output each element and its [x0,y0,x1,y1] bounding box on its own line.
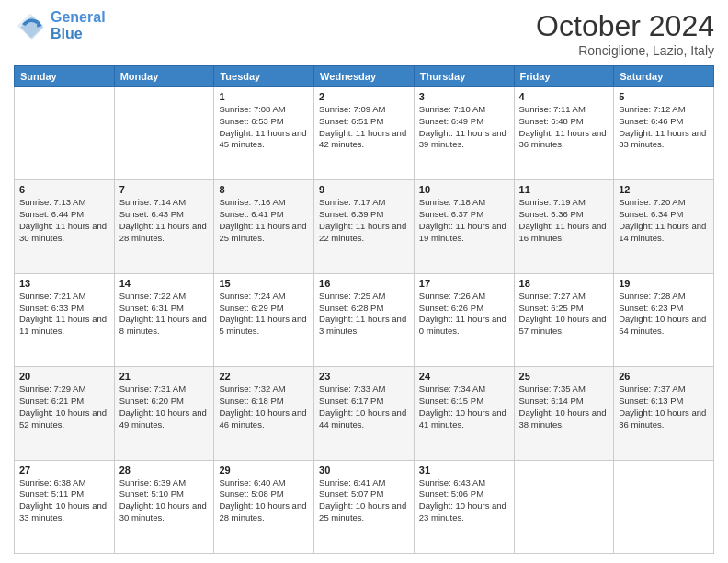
sunrise-text: Sunrise: 7:17 AM [319,197,409,209]
sunset-text: Sunset: 6:25 PM [519,303,609,315]
sunset-text: Sunset: 6:44 PM [19,209,109,221]
day-info: Sunrise: 7:22 AMSunset: 6:31 PMDaylight:… [119,291,210,338]
day-number: 25 [519,371,609,382]
sunset-text: Sunset: 6:28 PM [319,303,409,315]
day-cell: 13Sunrise: 7:21 AMSunset: 6:33 PMDayligh… [15,273,115,366]
sunset-text: Sunset: 6:49 PM [419,116,509,128]
daylight-text: Daylight: 11 hours and 22 minutes. [319,221,409,245]
day-cell [15,87,115,180]
daylight-text: Daylight: 10 hours and 23 minutes. [419,500,509,524]
sunrise-text: Sunrise: 7:31 AM [119,384,210,396]
day-cell: 18Sunrise: 7:27 AMSunset: 6:25 PMDayligh… [514,273,614,366]
day-number: 11 [519,184,609,195]
daylight-text: Daylight: 11 hours and 19 minutes. [419,221,509,245]
day-cell: 17Sunrise: 7:26 AMSunset: 6:26 PMDayligh… [414,273,514,366]
day-info: Sunrise: 7:34 AMSunset: 6:15 PMDaylight:… [419,384,509,431]
sunrise-text: Sunrise: 7:29 AM [19,384,109,396]
sunrise-text: Sunrise: 7:16 AM [219,197,309,209]
day-info: Sunrise: 7:25 AMSunset: 6:28 PMDaylight:… [319,291,409,338]
sunset-text: Sunset: 6:46 PM [619,116,709,128]
day-cell: 2Sunrise: 7:09 AMSunset: 6:51 PMDaylight… [314,87,415,180]
daylight-text: Daylight: 11 hours and 25 minutes. [219,221,309,245]
day-info: Sunrise: 7:19 AMSunset: 6:36 PMDaylight:… [519,197,609,244]
day-info: Sunrise: 7:32 AMSunset: 6:18 PMDaylight:… [219,384,309,431]
daylight-text: Daylight: 11 hours and 11 minutes. [19,314,109,338]
day-cell: 30Sunrise: 6:41 AMSunset: 5:07 PMDayligh… [314,460,415,553]
header-row: SundayMondayTuesdayWednesdayThursdayFrid… [15,66,714,87]
sunset-text: Sunset: 6:13 PM [619,396,709,408]
daylight-text: Daylight: 10 hours and 33 minutes. [19,500,109,524]
day-info: Sunrise: 7:29 AMSunset: 6:21 PMDaylight:… [19,384,109,431]
daylight-text: Daylight: 11 hours and 36 minutes. [519,128,609,152]
day-cell: 31Sunrise: 6:43 AMSunset: 5:06 PMDayligh… [414,460,514,553]
day-info: Sunrise: 7:27 AMSunset: 6:25 PMDaylight:… [519,291,609,338]
day-cell [114,87,214,180]
day-number: 19 [619,278,709,289]
sunrise-text: Sunrise: 7:32 AM [219,384,309,396]
sunrise-text: Sunrise: 7:24 AM [219,291,309,303]
daylight-text: Daylight: 10 hours and 41 minutes. [419,408,509,431]
sunset-text: Sunset: 6:20 PM [119,396,210,408]
day-cell: 24Sunrise: 7:34 AMSunset: 6:15 PMDayligh… [414,367,514,460]
sunrise-text: Sunrise: 7:22 AM [119,291,210,303]
sunrise-text: Sunrise: 7:10 AM [419,104,509,116]
day-number: 10 [419,184,509,195]
day-info: Sunrise: 7:33 AMSunset: 6:17 PMDaylight:… [319,384,409,431]
day-number: 13 [19,278,109,289]
week-row-4: 20Sunrise: 7:29 AMSunset: 6:21 PMDayligh… [15,367,714,460]
header-sunday: Sunday [15,66,115,87]
daylight-text: Daylight: 10 hours and 25 minutes. [319,500,409,524]
day-number: 7 [119,184,210,195]
location: Ronciglione, Lazio, Italy [536,43,714,58]
day-info: Sunrise: 6:40 AMSunset: 5:08 PMDaylight:… [219,477,309,524]
daylight-text: Daylight: 11 hours and 30 minutes. [19,221,109,245]
header-saturday: Saturday [614,66,714,87]
daylight-text: Daylight: 11 hours and 8 minutes. [119,314,210,338]
day-info: Sunrise: 7:17 AMSunset: 6:39 PMDaylight:… [319,197,409,244]
day-cell: 28Sunrise: 6:39 AMSunset: 5:10 PMDayligh… [114,460,214,553]
daylight-text: Daylight: 10 hours and 28 minutes. [219,500,309,524]
day-info: Sunrise: 7:37 AMSunset: 6:13 PMDaylight:… [619,384,709,431]
day-info: Sunrise: 7:12 AMSunset: 6:46 PMDaylight:… [619,104,709,151]
sunset-text: Sunset: 5:10 PM [119,488,210,500]
day-info: Sunrise: 7:10 AMSunset: 6:49 PMDaylight:… [419,104,509,151]
daylight-text: Daylight: 10 hours and 46 minutes. [219,408,309,431]
day-info: Sunrise: 7:24 AMSunset: 6:29 PMDaylight:… [219,291,309,338]
daylight-text: Daylight: 11 hours and 5 minutes. [219,314,309,338]
sunrise-text: Sunrise: 6:41 AM [319,477,409,489]
sunset-text: Sunset: 6:15 PM [419,396,509,408]
sunset-text: Sunset: 5:11 PM [19,488,109,500]
sunrise-text: Sunrise: 7:09 AM [319,104,409,116]
day-info: Sunrise: 6:43 AMSunset: 5:06 PMDaylight:… [419,477,509,524]
day-number: 2 [319,91,409,102]
day-cell: 14Sunrise: 7:22 AMSunset: 6:31 PMDayligh… [114,273,214,366]
sunset-text: Sunset: 6:53 PM [219,116,309,128]
sunset-text: Sunset: 6:14 PM [519,396,609,408]
daylight-text: Daylight: 10 hours and 54 minutes. [619,314,709,338]
header-monday: Monday [114,66,214,87]
day-number: 3 [419,91,509,102]
day-cell: 23Sunrise: 7:33 AMSunset: 6:17 PMDayligh… [314,367,415,460]
sunset-text: Sunset: 6:48 PM [519,116,609,128]
daylight-text: Daylight: 10 hours and 38 minutes. [519,408,609,431]
daylight-text: Daylight: 10 hours and 52 minutes. [19,408,109,431]
day-info: Sunrise: 7:26 AMSunset: 6:26 PMDaylight:… [419,291,509,338]
logo-icon [14,9,47,42]
sunrise-text: Sunrise: 7:34 AM [419,384,509,396]
day-cell: 6Sunrise: 7:13 AMSunset: 6:44 PMDaylight… [15,180,115,273]
day-info: Sunrise: 7:35 AMSunset: 6:14 PMDaylight:… [519,384,609,431]
sunset-text: Sunset: 6:31 PM [119,303,210,315]
header: General Blue October 2024 Ronciglione, L… [14,9,714,58]
day-cell: 10Sunrise: 7:18 AMSunset: 6:37 PMDayligh… [414,180,514,273]
day-number: 9 [319,184,409,195]
day-number: 1 [219,91,309,102]
daylight-text: Daylight: 11 hours and 3 minutes. [319,314,409,338]
sunrise-text: Sunrise: 6:39 AM [119,477,210,489]
sunrise-text: Sunrise: 7:27 AM [519,291,609,303]
daylight-text: Daylight: 10 hours and 49 minutes. [119,408,210,431]
day-info: Sunrise: 6:39 AMSunset: 5:10 PMDaylight:… [119,477,210,524]
sunrise-text: Sunrise: 7:18 AM [419,197,509,209]
daylight-text: Daylight: 10 hours and 57 minutes. [519,314,609,338]
sunset-text: Sunset: 6:18 PM [219,396,309,408]
day-number: 29 [219,465,309,476]
